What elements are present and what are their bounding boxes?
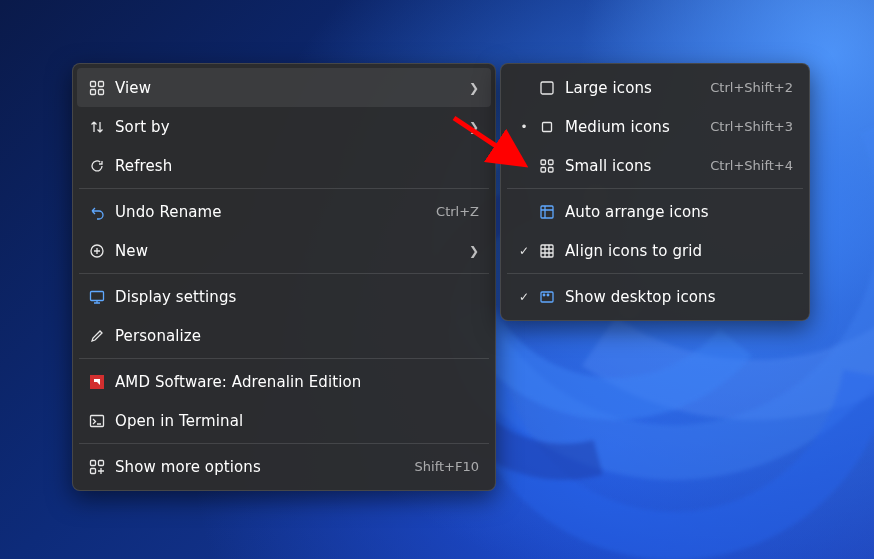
- menu-label: Sort by: [115, 118, 461, 136]
- svg-rect-13: [541, 160, 546, 165]
- medium-icons-icon: [535, 119, 559, 135]
- svg-point-20: [543, 294, 545, 296]
- menu-separator: [79, 188, 489, 189]
- svg-rect-12: [543, 122, 552, 131]
- menu-item-amd-software[interactable]: AMD Software: Adrenalin Edition: [77, 362, 491, 401]
- align-grid-icon: [535, 243, 559, 259]
- menu-shortcut: Shift+F10: [415, 459, 479, 474]
- menu-separator: [507, 188, 803, 189]
- more-options-icon: [85, 459, 109, 475]
- menu-label: Small icons: [565, 157, 700, 175]
- sort-icon: [85, 119, 109, 135]
- svg-rect-15: [541, 167, 546, 172]
- menu-label: Refresh: [115, 157, 479, 175]
- menu-item-view[interactable]: View ❯: [77, 68, 491, 107]
- auto-arrange-icon: [535, 204, 559, 220]
- menu-label: Open in Terminal: [115, 412, 479, 430]
- new-icon: [85, 243, 109, 259]
- menu-shortcut: Ctrl+Shift+2: [710, 80, 793, 95]
- menu-separator: [79, 273, 489, 274]
- check-icon: ✓: [513, 244, 535, 258]
- terminal-icon: [85, 413, 109, 429]
- undo-icon: [85, 204, 109, 220]
- menu-label: View: [115, 79, 461, 97]
- submenu-item-small-icons[interactable]: Small icons Ctrl+Shift+4: [505, 146, 805, 185]
- view-icon: [85, 80, 109, 96]
- menu-label: Show more options: [115, 458, 405, 476]
- svg-rect-16: [549, 167, 554, 172]
- svg-rect-3: [99, 89, 104, 94]
- svg-rect-5: [91, 291, 104, 300]
- menu-separator: [79, 358, 489, 359]
- display-icon: [85, 289, 109, 305]
- menu-item-new[interactable]: New ❯: [77, 231, 491, 270]
- refresh-icon: [85, 158, 109, 174]
- menu-label: Undo Rename: [115, 203, 426, 221]
- svg-rect-11: [541, 82, 553, 94]
- svg-rect-8: [91, 460, 96, 465]
- menu-separator: [79, 443, 489, 444]
- menu-label: Personalize: [115, 327, 479, 345]
- menu-label: Show desktop icons: [565, 288, 793, 306]
- menu-item-open-terminal[interactable]: Open in Terminal: [77, 401, 491, 440]
- menu-label: Align icons to grid: [565, 242, 793, 260]
- menu-separator: [507, 273, 803, 274]
- svg-rect-0: [91, 81, 96, 86]
- context-menu: View ❯ Sort by ❯ Refresh Undo Rename Ctr…: [72, 63, 496, 491]
- svg-rect-17: [541, 206, 553, 218]
- menu-shortcut: Ctrl+Shift+4: [710, 158, 793, 173]
- svg-point-21: [547, 294, 549, 296]
- submenu-item-show-desktop-icons[interactable]: ✓ Show desktop icons: [505, 277, 805, 316]
- menu-item-personalize[interactable]: Personalize: [77, 316, 491, 355]
- chevron-right-icon: ❯: [469, 244, 479, 258]
- large-icons-icon: [535, 80, 559, 96]
- menu-label: Display settings: [115, 288, 479, 306]
- personalize-icon: [85, 328, 109, 344]
- svg-rect-14: [549, 160, 554, 165]
- radio-indicator-icon: •: [513, 120, 535, 134]
- check-icon: ✓: [513, 290, 535, 304]
- menu-item-display-settings[interactable]: Display settings: [77, 277, 491, 316]
- amd-icon: [85, 374, 109, 390]
- chevron-right-icon: ❯: [469, 120, 479, 134]
- menu-item-refresh[interactable]: Refresh: [77, 146, 491, 185]
- menu-label: AMD Software: Adrenalin Edition: [115, 373, 479, 391]
- svg-rect-1: [99, 81, 104, 86]
- submenu-item-medium-icons[interactable]: • Medium icons Ctrl+Shift+3: [505, 107, 805, 146]
- menu-item-undo-rename[interactable]: Undo Rename Ctrl+Z: [77, 192, 491, 231]
- svg-rect-9: [99, 460, 104, 465]
- menu-label: New: [115, 242, 461, 260]
- svg-rect-10: [91, 468, 96, 473]
- menu-item-sort-by[interactable]: Sort by ❯: [77, 107, 491, 146]
- menu-label: Medium icons: [565, 118, 700, 136]
- small-icons-icon: [535, 158, 559, 174]
- menu-shortcut: Ctrl+Shift+3: [710, 119, 793, 134]
- svg-rect-18: [541, 245, 553, 257]
- chevron-right-icon: ❯: [469, 81, 479, 95]
- submenu-item-auto-arrange[interactable]: Auto arrange icons: [505, 192, 805, 231]
- submenu-item-large-icons[interactable]: Large icons Ctrl+Shift+2: [505, 68, 805, 107]
- svg-rect-2: [91, 89, 96, 94]
- menu-label: Auto arrange icons: [565, 203, 793, 221]
- view-submenu: Large icons Ctrl+Shift+2 • Medium icons …: [500, 63, 810, 321]
- svg-rect-19: [541, 292, 553, 302]
- desktop-icons-icon: [535, 289, 559, 305]
- svg-rect-7: [91, 415, 104, 426]
- menu-item-show-more-options[interactable]: Show more options Shift+F10: [77, 447, 491, 486]
- menu-shortcut: Ctrl+Z: [436, 204, 479, 219]
- menu-label: Large icons: [565, 79, 700, 97]
- submenu-item-align-to-grid[interactable]: ✓ Align icons to grid: [505, 231, 805, 270]
